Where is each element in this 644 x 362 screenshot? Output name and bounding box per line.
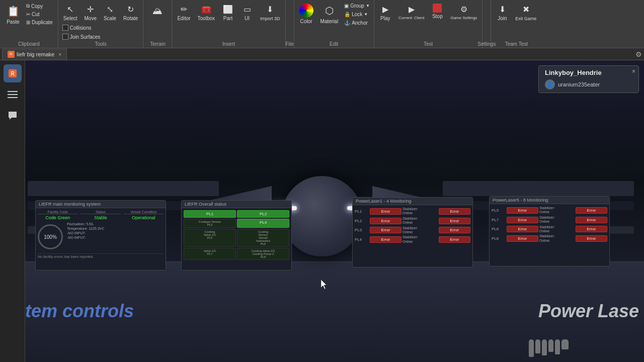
- pl2-cell: PL2: [237, 210, 289, 218]
- pl8-error1: Error: [507, 235, 538, 242]
- menu-icon[interactable]: [4, 85, 22, 104]
- clipboard-small-btns: ⧉ Copy ✂ Cut ⊞ Duplicate: [24, 2, 55, 26]
- pl8-label: PL8: [492, 236, 506, 241]
- panel2-title: LIEFR Overall status: [182, 201, 291, 208]
- terrain-button[interactable]: ⛰: [147, 2, 168, 20]
- user-panel-name: Linkyboy_Hendrie: [545, 69, 632, 76]
- panel1-vessel-value: Operational: [124, 215, 164, 220]
- current-client-button[interactable]: ▶ Current: Client: [395, 2, 428, 22]
- pl4-error1: Error: [370, 236, 401, 243]
- left-platform-top: [28, 181, 219, 196]
- join-button[interactable]: ⬇ Join: [493, 2, 511, 23]
- play-icon: ▶: [380, 4, 391, 15]
- powerlaser-5-8-panel: PowerLaser5 - 8 Monitoring PL5 Error Sta…: [489, 196, 610, 266]
- pl7-stabilizer: Stabilizer:Online: [539, 225, 575, 234]
- exit-game-icon: ✖: [520, 4, 531, 15]
- finger-group: [529, 339, 569, 357]
- insert-label: Insert: [222, 41, 235, 47]
- tab-close-button[interactable]: ×: [58, 52, 61, 57]
- play-button[interactable]: ▶ Play: [376, 2, 394, 23]
- move-icon: ✛: [85, 4, 96, 15]
- finger-4: [548, 339, 553, 352]
- panel1-input2: -NO INPUT-: [67, 236, 164, 239]
- lock-button[interactable]: 🔒 Lock ▼: [342, 11, 372, 18]
- finger-2: [535, 339, 540, 353]
- user-panel-close-button[interactable]: ×: [632, 68, 635, 75]
- tabbar: R liefr big remake × ⚙: [0, 48, 644, 60]
- viewport-sidebar: R: [0, 60, 25, 362]
- scale-icon: ⤡: [104, 4, 115, 15]
- pl4-cell: PL4: [237, 219, 289, 228]
- panel1-facility-header: Facility Code: [38, 210, 77, 214]
- pl8-cell: Cooling Valve 2/2Cooling Pump 2PL8: [237, 248, 289, 260]
- edit-group: Color ⬡ Material ▣ Group ▼ 🔒 Lock ▼ ⚓: [294, 0, 374, 48]
- settings-gear-icon[interactable]: ⚙: [635, 50, 642, 58]
- collisions-check-icon: [62, 25, 68, 31]
- select-button[interactable]: ↖ Select: [60, 2, 80, 23]
- exit-game-button[interactable]: ✖ Exit Game: [512, 2, 539, 23]
- group-button[interactable]: ▣ Group ▼: [342, 2, 372, 10]
- user-panel-player-row: 👤 uranium235eater: [545, 79, 632, 89]
- ui-icon: ▭: [242, 4, 253, 15]
- finger-thumb: [561, 339, 569, 349]
- stop-button[interactable]: Stop: [428, 2, 446, 21]
- pl3-error2: Error: [439, 227, 470, 233]
- paste-button[interactable]: 📋 Paste: [3, 3, 23, 26]
- pl2-stabilizer: Stabilizer:Online: [403, 217, 438, 225]
- game-settings-button[interactable]: ⚙ Game Settings: [447, 2, 480, 22]
- panel1-title: LIEFR main monitoring system: [36, 201, 166, 208]
- duplicate-button[interactable]: ⊞ Duplicate: [24, 19, 55, 26]
- pl4-label: PL4: [355, 237, 369, 242]
- toolbox-icon: 🧰: [201, 4, 212, 15]
- finger-5: [555, 339, 560, 354]
- player-avatar: 👤: [545, 79, 555, 89]
- toolbox-button[interactable]: 🧰 Toolbox: [195, 2, 218, 23]
- viewport[interactable]: R LIEFR main monitoring system Facility: [0, 60, 644, 362]
- copy-button[interactable]: ⧉ Copy: [24, 2, 55, 10]
- pl1-cell: PL1: [184, 210, 236, 218]
- svg-rect-4: [8, 97, 18, 98]
- finger-3: [542, 339, 547, 355]
- active-tab[interactable]: R liefr big remake ×: [2, 49, 67, 60]
- pl1-stabilizer: Stabilizer:Online: [403, 207, 438, 216]
- finger-1: [529, 339, 534, 357]
- material-button[interactable]: ⬡ Material: [317, 2, 342, 26]
- liefr-overall-status-panel: LIEFR Overall status PL1 PL2 Cooltype Se…: [181, 200, 292, 270]
- join-surfaces-checkbox[interactable]: Join Surfaces: [60, 33, 103, 41]
- test-label: Test: [424, 41, 433, 47]
- anchor-button[interactable]: ⚓ Anchor: [342, 19, 372, 27]
- panel2-grid: PL1 PL2 Cooltype SensorPL3 PL4 CoolingVa…: [182, 208, 291, 262]
- toolbar: 📋 Paste ⧉ Copy ✂ Cut ⊞ Duplicate Clipboa…: [0, 0, 644, 48]
- cut-button[interactable]: ✂ Cut: [24, 11, 55, 18]
- panel3-content: PL1 Error Stabilizer:Online Error PL2 Er…: [353, 205, 472, 246]
- import3d-button[interactable]: ⬇ Import 3D: [257, 2, 283, 23]
- editor-button[interactable]: ✏ Editor: [174, 2, 193, 23]
- rotate-button[interactable]: ↻ Rotate: [120, 2, 141, 23]
- panel1-input1: -NO INPUT-: [67, 231, 164, 235]
- select-icon: ↖: [65, 4, 76, 15]
- pl7-error2: Error: [576, 226, 607, 232]
- pl5-label: PL5: [492, 208, 506, 213]
- move-button[interactable]: ✛ Move: [82, 2, 100, 23]
- collisions-checkbox[interactable]: Collisions: [60, 24, 103, 32]
- color-icon: [299, 4, 313, 18]
- panel4-title: PowerLaser5 - 8 Monitoring: [490, 197, 609, 204]
- panel1-content: Facility Code Code Green Status Stable V…: [36, 208, 166, 260]
- orb-body: [282, 176, 362, 256]
- scale-button[interactable]: ⤡ Scale: [101, 2, 119, 23]
- panel1-gauge-value: 100%: [44, 234, 57, 240]
- pl3-cell: Cooltype SensorPL3: [184, 219, 236, 228]
- roblox-logo-icon[interactable]: R: [4, 64, 22, 82]
- cut-icon: ✂: [26, 12, 30, 17]
- chat-icon[interactable]: [4, 107, 22, 125]
- pl7-label: PL6: [492, 227, 506, 231]
- panel4-grid: PL5 Error Stabilizer:Online Error PL7 Er…: [492, 206, 607, 243]
- color-button[interactable]: Color: [296, 2, 316, 26]
- clipboard-group: 📋 Paste ⧉ Copy ✂ Cut ⊞ Duplicate Clipboa…: [0, 0, 58, 48]
- game-settings-icon: ⚙: [458, 4, 469, 15]
- part-button[interactable]: ⬜ Part: [219, 2, 237, 23]
- ui-button[interactable]: ▭ UI: [238, 2, 256, 23]
- panel1-facility-col: Facility Code Code Green: [38, 210, 77, 220]
- material-icon: ⬡: [322, 4, 336, 18]
- panel1-status-header: Status: [80, 210, 120, 214]
